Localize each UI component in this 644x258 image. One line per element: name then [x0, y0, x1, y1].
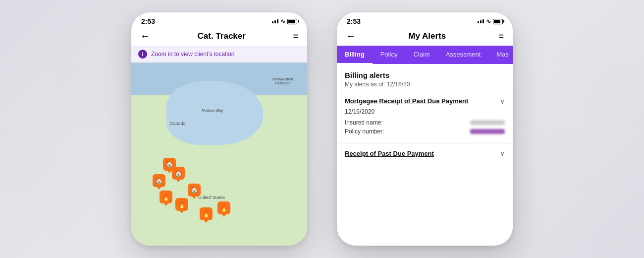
status-icons-2: ∿	[478, 18, 503, 25]
page-container: 2:53 ∿ ← Cat. Tracker ≡ i Zoom in to	[0, 0, 644, 258]
battery-icon-1	[287, 19, 297, 24]
phone-my-alerts: 2:53 ∿ ← My Alerts ≡ Billing Policy	[337, 12, 513, 246]
map-canada-label: Canada	[170, 121, 186, 126]
alert-item-2-title: Receipt of Past Due Payment	[345, 150, 434, 157]
battery-fill-2	[494, 20, 500, 23]
info-icon: i	[138, 50, 147, 59]
signal-bar-3	[277, 19, 278, 23]
menu-button-1[interactable]: ≡	[293, 31, 298, 41]
insured-name-value	[470, 120, 505, 125]
signal-icon-1	[272, 19, 278, 23]
signal-bar-1	[272, 21, 273, 23]
info-banner: i Zoom in to view client's location	[131, 46, 307, 63]
alert-item-1[interactable]: Mortgagee Receipt of Past Due Payment ∨ …	[337, 91, 513, 143]
wifi-icon-2: ∿	[486, 18, 491, 25]
map-water-main	[166, 81, 263, 145]
alerts-content: Billing alerts My alerts as of: 12/16/20…	[337, 64, 513, 246]
wifi-icon-1: ∿	[280, 18, 285, 25]
info-text: Zoom in to view client's location	[151, 51, 234, 58]
alert-item-2[interactable]: Receipt of Past Due Payment ∨	[337, 143, 513, 163]
battery-fill-1	[288, 20, 295, 23]
map-pin-3[interactable]: 🏠	[172, 167, 185, 180]
time-display-1: 2:53	[141, 17, 155, 25]
signal-bar-2	[274, 20, 276, 23]
map-pin-flame-4[interactable]: 🔥	[217, 201, 230, 214]
signal-bar-2c	[483, 19, 484, 23]
tab-policy[interactable]: Policy	[373, 46, 406, 64]
map-background: Northwestern Passages Canada Hudson Bay …	[131, 63, 307, 246]
tabs-bar: Billing Policy Claim Assessment Mas	[337, 46, 513, 64]
alert-insured-row: Insured name:	[345, 119, 505, 126]
map-pin-flame-1[interactable]: 🔥	[160, 191, 172, 203]
time-display-2: 2:53	[347, 17, 361, 25]
signal-bar-2b	[480, 20, 482, 23]
alert-policy-row: Policy number:	[345, 128, 505, 135]
back-button-1[interactable]: ←	[140, 30, 150, 42]
tab-billing[interactable]: Billing	[337, 46, 373, 64]
map-nw-label: Northwestern Passages	[272, 77, 293, 86]
tab-mas[interactable]: Mas	[488, 46, 513, 64]
menu-button-2[interactable]: ≡	[498, 31, 504, 41]
status-bar-1: 2:53 ∿	[131, 12, 307, 27]
page-title-1: Cat. Tracker	[198, 31, 246, 41]
map-pin-flame-3[interactable]: 🔥	[200, 207, 213, 220]
policy-number-label: Policy number:	[345, 128, 384, 135]
back-button-2[interactable]: ←	[346, 30, 356, 42]
map-us-label: United States	[198, 195, 225, 200]
map-hudson-label: Hudson Bay	[202, 108, 223, 113]
alert-item-1-header: Mortgagee Receipt of Past Due Payment ∨	[345, 97, 505, 105]
alerts-header: Billing alerts My alerts as of: 12/16/20	[337, 64, 513, 91]
policy-number-value	[470, 129, 505, 134]
tab-claim[interactable]: Claim	[405, 46, 437, 64]
map-pin-4[interactable]: 🏠	[188, 184, 201, 196]
insured-name-label: Insured name:	[345, 119, 383, 126]
alerts-title: Billing alerts	[345, 71, 505, 79]
alerts-date: My alerts as of: 12/16/20	[345, 81, 505, 88]
signal-bar-2a	[478, 21, 479, 23]
status-bar-2: 2:53 ∿	[337, 12, 513, 27]
chevron-down-icon-1: ∨	[500, 97, 505, 105]
map-area[interactable]: Northwestern Passages Canada Hudson Bay …	[131, 63, 307, 246]
map-pin-flame-2[interactable]: 🔥	[175, 198, 188, 211]
tab-assessment[interactable]: Assessment	[438, 46, 489, 64]
alert-item-1-title: Mortgagee Receipt of Past Due Payment	[345, 97, 500, 105]
status-icons-1: ∿	[272, 18, 297, 25]
map-pin-2[interactable]: 🏠	[153, 174, 165, 187]
alert-item-1-date: 12/16/2020	[345, 108, 505, 115]
page-title-2: My Alerts	[408, 31, 446, 41]
chevron-down-icon-2: ∨	[500, 149, 505, 157]
battery-icon-2	[493, 19, 503, 24]
signal-icon-2	[478, 19, 484, 23]
phone-cat-tracker: 2:53 ∿ ← Cat. Tracker ≡ i Zoom in to	[131, 12, 307, 246]
nav-bar-2: ← My Alerts ≡	[337, 27, 513, 46]
nav-bar-1: ← Cat. Tracker ≡	[131, 27, 307, 46]
